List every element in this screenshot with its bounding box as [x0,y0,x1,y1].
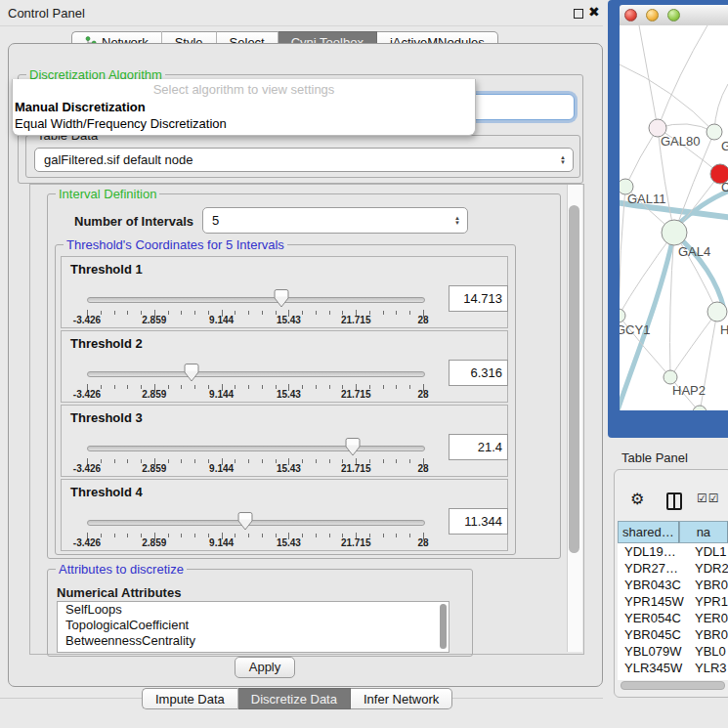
cell-shared-name: YER054C [618,610,691,626]
table-row[interactable]: YBR045CYBR0 [618,626,728,643]
threshold-panel: Threshold 1 -3.4262.8599.14415.4321.7152… [61,256,508,328]
table-row[interactable]: YPR145WYPR1 [618,593,728,610]
network-node-label: GAL80 [661,134,700,149]
network-edge [625,128,658,187]
gear-icon[interactable]: ⚙ [630,490,644,508]
cell-shared-name: YLR345W [618,660,691,676]
threshold-slider[interactable]: -3.4262.8599.14415.4321.71528 [62,331,507,402]
column-header-name[interactable]: na [679,521,728,543]
list-scrollbar-thumb[interactable] [440,604,447,649]
stepper-arrows-icon: ▲▼ [450,216,464,226]
ruler-tick-label: 21.715 [341,537,371,548]
tab-impute-data[interactable]: Impute Data [142,688,238,709]
columns-icon[interactable] [666,492,682,510]
zoom-light-icon[interactable] [667,9,680,21]
slider-thumb[interactable] [274,289,289,308]
checkbox-icons[interactable]: ☑☑ [697,492,720,505]
ruler-tick-label: 9.144 [209,389,234,400]
apply-button[interactable]: Apply [235,657,295,678]
table-row[interactable]: YDR27…YDR2 [618,560,728,577]
thresholds-group-title: Threshold's Coordinates for 5 Intervals [64,237,287,252]
network-canvas[interactable]: GAL80GAGAL11CGAL4GCY1HHAP2 [620,25,728,410]
column-header-shared-name[interactable]: shared… [618,521,679,543]
slider-thumb[interactable] [184,364,199,382]
ruler-tick-label: -3.426 [73,463,101,474]
slider-track[interactable] [87,446,425,451]
close-light-icon[interactable] [624,9,637,21]
slider-tick-labels: -3.4262.8599.14415.4321.71528 [87,463,423,475]
horizontal-scrollbar-thumb[interactable] [621,681,725,690]
ruler-tick-label: 21.715 [341,463,371,474]
slider-track[interactable] [87,371,425,377]
threshold-slider[interactable]: -3.4262.8599.14415.4321.71528 [62,480,507,550]
network-node[interactable] [707,302,727,321]
threshold-panel: Threshold 3 -3.4262.8599.14415.4321.7152… [61,405,508,477]
slider-thumb[interactable] [345,438,361,456]
table-row[interactable]: YLR345WYLR3 [618,660,728,676]
table-row[interactable]: YER054CYER0 [618,610,728,626]
threshold-value-input[interactable]: 6.316 [449,360,508,386]
close-icon[interactable]: ✖ [588,4,600,20]
threshold-panel: Threshold 2 -3.4262.8599.14415.4321.7152… [61,330,508,403]
table-data-selected: galFiltered.sif default node [35,152,556,167]
ruler-tick-label: 21.715 [341,389,371,400]
dropdown-option-manual-discretization[interactable]: Manual Discretization [13,99,475,115]
interval-definition-title: Interval Definition [56,187,159,201]
threshold-value-input[interactable]: 14.713 [449,285,508,312]
attribute-item-selfloops[interactable]: SelfLoops [58,602,449,618]
ruler-tick-label: 15.43 [277,389,301,400]
attribute-item-topologicalcoefficient[interactable]: TopologicalCoefficient [58,618,449,633]
network-node[interactable] [664,370,677,384]
network-node[interactable] [620,309,625,322]
cell-name: YIL0 [691,676,728,680]
tab-infer-network[interactable]: Infer Network [351,688,452,709]
threshold-value-input[interactable]: 11.344 [449,508,508,535]
attribute-item-betweennesscentrality[interactable]: BetweennessCentrality [58,633,449,649]
network-node-label: HAP2 [672,383,706,398]
number-of-intervals-value: 5 [203,213,450,228]
dropdown-option-equal-width-frequency-discretization[interactable]: Equal Width/Frequency Discretization [13,115,475,132]
threshold-slider[interactable]: -3.4262.8599.14415.4321.71528 [62,257,507,327]
network-edge [670,312,717,377]
network-edge [620,233,674,410]
cell-shared-name: YIL052C [618,676,691,680]
tab-discretize-data[interactable]: Discretize Data [238,688,351,709]
float-icon[interactable] [574,9,583,19]
slider-track[interactable] [87,297,425,303]
table-row[interactable]: YBR043CYBR0 [618,577,728,593]
dropdown-prompt: Select algorithm to view settings [13,79,475,99]
table-row[interactable]: YIL052CYIL0 [618,676,728,680]
table-row[interactable]: YDL19…YDL1 [618,543,728,560]
minimize-light-icon[interactable] [646,9,659,21]
cell-shared-name: YDR27… [618,560,691,577]
ruler-tick-label: -3.426 [73,537,101,548]
slider-tick-labels: -3.4262.8599.14415.4321.71528 [87,537,423,549]
network-window-titlebar[interactable] [620,5,728,26]
network-node[interactable] [707,124,722,140]
table-body: YDL19…YDL1YDR27…YDR2YBR043CYBR0YPR145WYP… [618,543,728,680]
attributes-group-title: Attributes to discretize [56,562,187,577]
table-data-group: Table Data galFiltered.sif default node … [25,135,580,178]
number-of-intervals-combobox[interactable]: 5 ▲▼ [202,207,468,234]
control-panel-titlebar: Control Panel ✖ [0,0,603,26]
cell-name: YBR0 [691,577,728,593]
threshold-slider[interactable]: -3.4262.8599.14415.4321.71528 [62,406,507,476]
cell-shared-name: YPR145W [618,593,691,610]
network-node[interactable] [662,220,687,245]
threshold-value-input[interactable]: 21.4 [449,434,508,460]
ruler-tick-label: 28 [417,315,428,325]
vertical-scrollbar-thumb[interactable] [569,205,579,553]
horizontal-scrollbar[interactable] [619,681,726,689]
ruler-tick-label: 9.144 [209,537,234,548]
numerical-attributes-label: Numerical Attributes [57,585,181,600]
threshold-panel: Threshold 4 -3.4262.8599.14415.4321.7152… [61,479,508,551]
numerical-attributes-list[interactable]: SelfLoopsTopologicalCoefficientBetweenne… [57,601,450,653]
network-edge [658,25,707,128]
table-data-combobox[interactable]: galFiltered.sif default node ▲▼ [34,148,574,172]
table-row[interactable]: YBL079WYBL0 [618,643,728,660]
network-node-label: H [720,322,728,337]
cell-shared-name: YBR045C [618,626,691,643]
slider-thumb[interactable] [237,512,253,531]
slider-tick-labels: -3.4262.8599.14415.4321.71528 [87,389,423,401]
slider-track[interactable] [87,520,425,526]
